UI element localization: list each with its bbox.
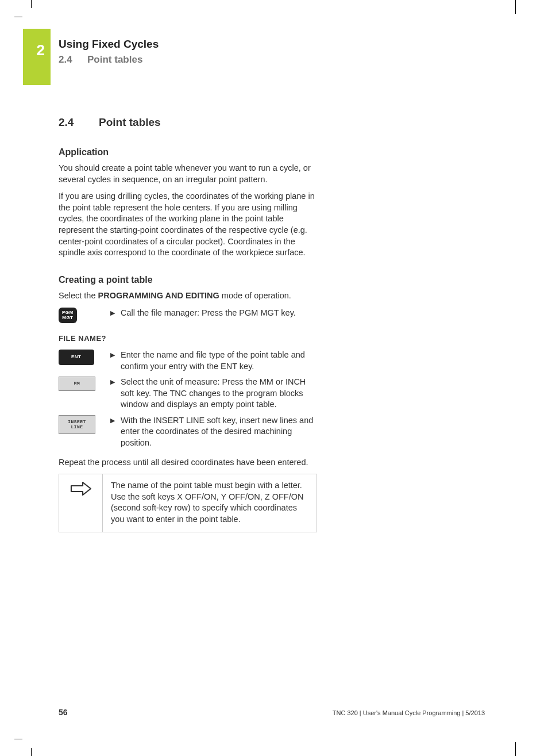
chapter-tab: 2 (23, 29, 51, 85)
key-column: INSERTLINE (59, 415, 110, 435)
triangle-bullet-icon: ▶ (110, 415, 121, 449)
note-box: The name of the point table must begin w… (59, 474, 317, 532)
insert-line-softkey-icon: INSERTLINE (59, 415, 95, 435)
crop-mark (508, 742, 516, 756)
chapter-number: 2 (37, 41, 45, 59)
triangle-bullet-icon: ▶ (110, 308, 121, 319)
crop-mark (14, 0, 22, 17)
arrow-right-icon (69, 480, 93, 497)
mm-softkey-icon: MM (59, 377, 95, 391)
note-text: The name of the point table must begin w… (103, 474, 317, 532)
section-subtitle: 2.4Point tables (59, 54, 159, 66)
step-text: Enter the name and file type of the poin… (121, 350, 317, 372)
ent-key-icon: ENT (59, 350, 94, 365)
content-body: 2.4Point tables Application You should c… (59, 115, 317, 532)
subheading-application: Application (59, 146, 317, 159)
creating-intro: Select the PROGRAMMING AND EDITING mode … (59, 290, 317, 302)
main-heading: 2.4Point tables (59, 115, 317, 130)
step-row: ENT ▶ Enter the name and file type of th… (59, 350, 317, 372)
triangle-bullet-icon: ▶ (110, 377, 121, 410)
page-footer: 56 TNC 320 | User's Manual Cycle Program… (59, 708, 485, 717)
note-icon-column (59, 474, 103, 532)
step-row: INSERTLINE ▶ With the INSERT LINE soft k… (59, 415, 317, 449)
file-name-prompt: FILE NAME? (59, 333, 317, 344)
footer-text: TNC 320 | User's Manual Cycle Programmin… (333, 709, 485, 716)
key-column: MM (59, 377, 110, 391)
pgm-mgt-key-icon: PGMMGT (59, 308, 77, 324)
repeat-note: Repeat the process until all desired coo… (59, 457, 317, 469)
heading-number: 2.4 (59, 115, 99, 130)
crop-mark (14, 739, 22, 756)
page-number: 56 (59, 708, 68, 717)
subheading-creating: Creating a point table (59, 274, 317, 286)
section-title: Point tables (87, 54, 142, 65)
application-p1: You should create a point table whenever… (59, 163, 317, 185)
crop-mark (508, 0, 516, 14)
page-header: Using Fixed Cycles 2.4Point tables (59, 38, 159, 66)
chapter-title: Using Fixed Cycles (59, 38, 159, 51)
step-row: MM ▶ Select the unit of measure: Press t… (59, 377, 317, 410)
heading-title: Point tables (99, 116, 161, 128)
key-column: PGMMGT (59, 308, 110, 324)
step-text: Call the file manager: Press the PGM MGT… (121, 308, 317, 319)
section-number: 2.4 (59, 54, 87, 66)
application-p2: If you are using drilling cycles, the co… (59, 191, 317, 258)
step-row: PGMMGT ▶ Call the file manager: Press th… (59, 308, 317, 324)
key-column: ENT (59, 350, 110, 365)
triangle-bullet-icon: ▶ (110, 350, 121, 372)
step-text: With the INSERT LINE soft key, insert ne… (121, 415, 317, 449)
step-text: Select the unit of measure: Press the MM… (121, 377, 317, 410)
